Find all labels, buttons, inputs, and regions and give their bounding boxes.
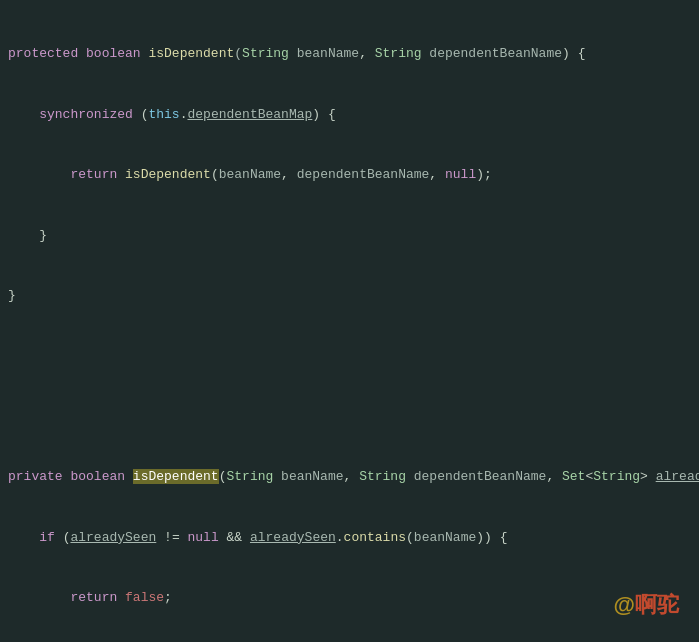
line-10: return false;: [0, 588, 699, 608]
line-7: [0, 407, 699, 427]
line-8: private boolean isDependent(String beanN…: [0, 467, 699, 487]
line-4: }: [0, 226, 699, 246]
line-6: [0, 346, 699, 366]
code-container: protected boolean isDependent(String bea…: [0, 0, 699, 642]
line-5: }: [0, 286, 699, 306]
line-9: if (alreadySeen != null && alreadySeen.c…: [0, 528, 699, 548]
line-1: protected boolean isDependent(String bea…: [0, 44, 699, 64]
line-2: synchronized (this.dependentBeanMap) {: [0, 105, 699, 125]
line-3: return isDependent(beanName, dependentBe…: [0, 165, 699, 185]
